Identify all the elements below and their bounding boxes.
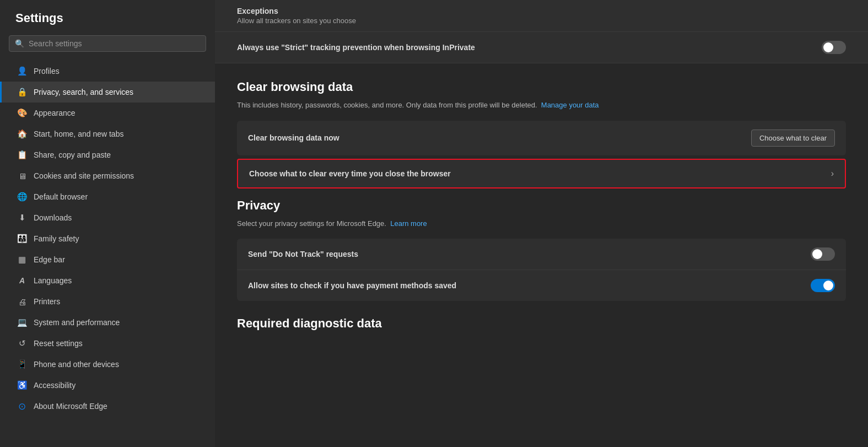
payment-methods-toggle[interactable] [811,279,835,292]
sidebar-item-label: Printers [34,297,60,306]
sidebar-item-label: Share, copy and paste [34,150,111,159]
required-section: Required diagnostic data [237,316,846,331]
sidebar-item-appearance[interactable]: 🎨 Appearance [0,103,215,123]
appearance-icon: 🎨 [17,108,27,118]
privacy-desc: Select your privacy settings for Microso… [237,218,846,229]
payment-methods-row: Allow sites to check if you have payment… [237,270,846,301]
share-copy-icon: 📋 [17,150,27,160]
sidebar-item-downloads[interactable]: ⬇ Downloads [0,207,215,228]
downloads-icon: ⬇ [17,213,27,223]
sidebar-item-edge-bar[interactable]: ▦ Edge bar [0,249,215,270]
sidebar-item-system[interactable]: 💻 System and performance [0,312,215,333]
toggle-knob-dnt [812,249,822,259]
sidebar-item-label: Phone and other devices [34,360,119,369]
phone-icon: 📱 [17,359,27,369]
clear-now-row: Clear browsing data now Choose what to c… [237,121,846,155]
learn-more-link[interactable]: Learn more [390,219,427,228]
clear-now-card: Clear browsing data now Choose what to c… [237,121,846,155]
exceptions-block: Exceptions Allow all trackers on sites y… [237,7,356,25]
reset-icon: ↺ [17,338,27,348]
toggle-knob [823,42,833,52]
sidebar-item-label: System and performance [34,318,120,327]
clear-now-label: Clear browsing data now [248,133,339,142]
inprivate-row: Always use "Strict" tracking prevention … [215,32,868,63]
sidebar-item-label: Default browser [34,192,88,201]
sidebar-item-cookies[interactable]: 🖥 Cookies and site permissions [0,165,215,186]
sidebar-item-default-browser[interactable]: 🌐 Default browser [0,186,215,207]
sidebar-item-label: Profiles [34,67,60,76]
accessibility-icon: ♿ [17,380,27,390]
privacy-icon: 🔒 [17,87,27,97]
sidebar-item-printers[interactable]: 🖨 Printers [0,291,215,312]
search-box[interactable]: 🔍 [9,35,206,52]
main-content: Exceptions Allow all trackers on sites y… [215,0,868,447]
manage-data-link[interactable]: Manage your data [541,101,599,109]
sidebar-item-phone[interactable]: 📱 Phone and other devices [0,354,215,375]
do-not-track-label: Send "Do Not Track" requests [248,250,358,258]
sidebar-item-share-copy[interactable]: 📋 Share, copy and paste [0,144,215,165]
privacy-desc-text: Select your privacy settings for Microso… [237,219,386,228]
system-icon: 💻 [17,317,27,327]
sidebar-item-label: Downloads [34,213,72,222]
content-area: Clear browsing data This includes histor… [215,63,868,347]
choose-close-row[interactable]: Choose what to clear every time you clos… [237,159,846,189]
do-not-track-row: Send "Do Not Track" requests [237,239,846,270]
sidebar-item-label: About Microsoft Edge [34,402,107,411]
sidebar-item-label: Family safety [34,234,79,243]
payment-methods-label: Allow sites to check if you have payment… [248,281,456,290]
edge-bar-icon: ▦ [17,255,27,265]
search-icon: 🔍 [15,39,24,48]
inprivate-label: Always use "Strict" tracking prevention … [237,43,475,52]
sidebar-item-privacy[interactable]: 🔒 Privacy, search, and services [0,82,215,103]
top-bar: Exceptions Allow all trackers on sites y… [215,0,868,32]
sidebar-item-family-safety[interactable]: 👨‍👩‍👧 Family safety [0,228,215,249]
search-input[interactable] [29,39,200,48]
privacy-card: Send "Do Not Track" requests Allow sites… [237,239,846,301]
required-heading: Required diagnostic data [237,316,846,331]
family-safety-icon: 👨‍👩‍👧 [17,234,27,244]
sidebar-item-label: Languages [34,276,72,285]
sidebar-item-label: Cookies and site permissions [34,171,134,180]
languages-icon: A [17,276,27,286]
inprivate-toggle[interactable] [822,41,846,54]
sidebar-item-label: Accessibility [34,381,76,390]
sidebar-item-label: Privacy, search, and services [34,88,133,96]
profiles-icon: 👤 [17,66,27,76]
choose-close-label: Choose what to clear every time you clos… [249,169,451,178]
sidebar-item-languages[interactable]: A Languages [0,270,215,291]
clear-browsing-desc-text: This includes history, passwords, cookie… [237,101,537,109]
settings-title: Settings [0,11,215,35]
sidebar: Settings 🔍 👤 Profiles 🔒 Privacy, search,… [0,0,215,447]
sidebar-item-start-home[interactable]: 🏠 Start, home, and new tabs [0,123,215,144]
exceptions-title: Exceptions [237,7,356,15]
sidebar-item-label: Edge bar [34,255,65,264]
clear-browsing-heading: Clear browsing data [237,80,846,94]
privacy-heading: Privacy [237,198,846,213]
sidebar-item-label: Appearance [34,109,76,117]
toggle-knob-payment [823,281,833,290]
cookies-icon: 🖥 [17,171,27,181]
sidebar-item-label: Start, home, and new tabs [34,130,123,138]
chevron-right-icon: › [831,169,834,179]
sidebar-item-accessibility[interactable]: ♿ Accessibility [0,375,215,396]
choose-what-to-clear-button[interactable]: Choose what to clear [751,130,835,147]
sidebar-item-label: Reset settings [34,339,83,348]
do-not-track-toggle[interactable] [811,247,835,261]
clear-browsing-desc: This includes history, passwords, cookie… [237,100,846,111]
start-home-icon: 🏠 [17,129,27,139]
default-browser-icon: 🌐 [17,192,27,202]
printers-icon: 🖨 [17,297,27,306]
sidebar-item-reset[interactable]: ↺ Reset settings [0,333,215,354]
about-icon: ⊙ [17,401,27,411]
exceptions-subtitle: Allow all trackers on sites you choose [237,17,356,25]
sidebar-item-profiles[interactable]: 👤 Profiles [0,61,215,82]
sidebar-item-about[interactable]: ⊙ About Microsoft Edge [0,396,215,417]
